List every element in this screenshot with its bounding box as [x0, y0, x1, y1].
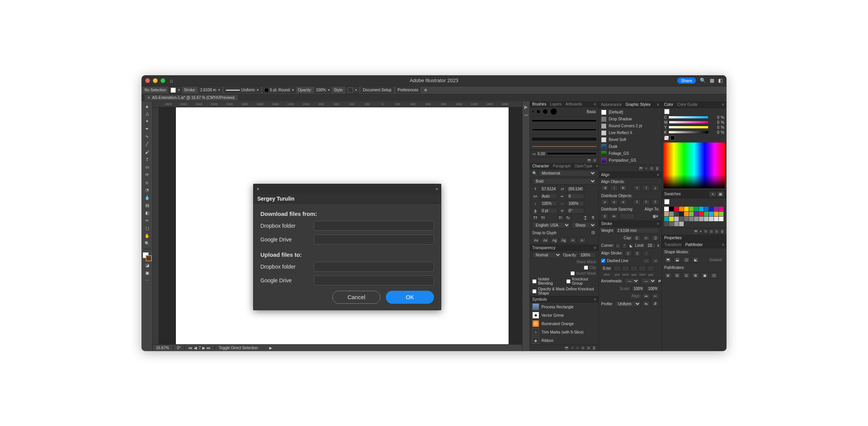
dist-bottom-icon[interactable]: ≡	[619, 199, 627, 205]
kerning-field[interactable]	[540, 193, 558, 199]
swatch[interactable]	[689, 217, 694, 221]
tab-graphic-styles[interactable]: Graphic Styles	[626, 102, 650, 107]
style-dropdown[interactable]	[346, 87, 359, 94]
paintbrush-tool-icon[interactable]: 🖌	[143, 149, 152, 155]
font-search-icon[interactable]: 🔍	[532, 171, 537, 175]
graphic-style-item[interactable]: Dusk	[599, 143, 662, 150]
swatch[interactable]	[674, 217, 679, 221]
zoom-tool-icon[interactable]: 🔍	[143, 240, 152, 247]
minus-back-icon[interactable]: ◳	[710, 272, 718, 279]
panel-menu-icon[interactable]: ≡	[594, 297, 596, 301]
flip-v-icon[interactable]: ⇵	[652, 301, 659, 307]
symbol-break-icon[interactable]: ⤫	[576, 346, 579, 350]
sw-opts-icon[interactable]: ⚙	[704, 229, 707, 233]
color-fill-swatch[interactable]	[664, 109, 670, 114]
gs-new-icon[interactable]: ⊞	[650, 166, 653, 170]
flip-h-icon[interactable]: ⇋	[642, 301, 650, 307]
symbol-del-icon[interactable]: 🗑	[592, 346, 596, 350]
canvas[interactable]: × « Sergey Turulin Download files from: …	[153, 107, 522, 344]
glyph-opt-4[interactable]: Âg	[560, 237, 567, 243]
dash-1-field[interactable]	[601, 266, 613, 271]
isolate-blending-checkbox[interactable]	[532, 279, 536, 283]
subscript-icon[interactable]: T₁	[565, 215, 571, 220]
crop-icon[interactable]: ⊠	[692, 272, 699, 279]
dist-top-icon[interactable]: ≡	[601, 199, 609, 205]
symbol-item[interactable]: Illuminated Orange	[530, 319, 598, 328]
swatch-fill-proxy[interactable]	[664, 199, 670, 204]
dist-right-icon[interactable]: ⦀	[652, 199, 659, 205]
upload-dropbox-input[interactable]	[314, 262, 434, 272]
align-stroke-inside-icon[interactable]: ▯	[634, 250, 641, 256]
swatch[interactable]	[714, 207, 718, 211]
dash-align-2-icon[interactable]: ┅	[652, 258, 659, 264]
next-artboard-icon[interactable]: ▶	[202, 346, 205, 350]
zoom-level[interactable]: 16.67%	[156, 346, 169, 350]
expand-button[interactable]: Expand	[707, 257, 724, 263]
arrow-align-2-icon[interactable]: ⤚	[652, 293, 659, 299]
swatch[interactable]	[694, 217, 699, 221]
link-icon[interactable]: ⚯	[524, 113, 528, 118]
search-icon[interactable]: 🔍	[700, 78, 706, 83]
swatch[interactable]	[689, 212, 694, 216]
dist-vcenter-icon[interactable]: ≡	[610, 199, 618, 205]
rectangle-tool-icon[interactable]: ▭	[143, 164, 152, 171]
underline-icon[interactable]: T̲	[582, 215, 588, 220]
brush-row-4[interactable]	[530, 134, 598, 144]
cap-square-icon[interactable]: ⊐	[652, 235, 659, 241]
tab-transform[interactable]: Transform	[664, 243, 681, 247]
dash-3-field[interactable]	[639, 266, 646, 271]
cyan-slider[interactable]	[668, 116, 709, 119]
swatch[interactable]	[664, 217, 669, 221]
upload-gdrive-input[interactable]	[314, 275, 434, 285]
swatch[interactable]	[679, 222, 684, 226]
type-tool-icon[interactable]: T	[143, 156, 152, 163]
home-icon[interactable]: ⌂	[170, 78, 173, 84]
swatch[interactable]	[679, 212, 684, 216]
merge-icon[interactable]: ⊡	[683, 272, 690, 279]
miter-limit-field[interactable]	[646, 243, 656, 248]
minus-front-icon[interactable]: ⬓	[673, 257, 681, 263]
graphic-style-item[interactable]: Round Corners 2 pt	[599, 123, 662, 130]
swatch[interactable]	[664, 212, 669, 216]
magic-wand-tool-icon[interactable]: ✦	[143, 118, 152, 125]
yellow-slider[interactable]	[668, 126, 709, 129]
graphic-style-item[interactable]: [Default]	[599, 109, 662, 116]
spacing-field[interactable]	[619, 213, 635, 219]
swatch-list-view-icon[interactable]: ≡	[709, 191, 717, 197]
knockout-group-checkbox[interactable]	[566, 279, 571, 283]
brush-row-3[interactable]	[530, 125, 598, 134]
tab-properties[interactable]: Properties	[664, 236, 682, 240]
opacity-field[interactable]	[579, 252, 596, 258]
intersect-icon[interactable]: ◫	[683, 257, 690, 263]
align-right-icon[interactable]: ⫸	[619, 185, 627, 191]
smallcaps-icon[interactable]: Tᴛ	[540, 215, 546, 220]
join-miter-icon[interactable]: ⌐	[615, 243, 620, 249]
make-mask-button[interactable]: Make Mask	[577, 260, 596, 264]
download-dropbox-input[interactable]	[314, 221, 434, 231]
brush-size-value[interactable]: 6.00	[538, 152, 545, 156]
hand-tool-icon[interactable]: ✋	[143, 233, 152, 240]
swatch[interactable]	[684, 207, 689, 211]
align-left-icon[interactable]: ⫷	[601, 185, 609, 191]
status-play-icon[interactable]: ▶	[269, 346, 272, 350]
font-family-dropdown[interactable]: Montserrat	[538, 170, 596, 177]
fill-stroke-control[interactable]	[143, 252, 152, 261]
opacity-field[interactable]: 100%	[314, 87, 332, 93]
align-vcenter-icon[interactable]: ⫱	[642, 185, 650, 191]
align-top-icon[interactable]: ⫯	[633, 185, 641, 191]
panel-menu-icon[interactable]: ≡	[722, 102, 724, 107]
divide-icon[interactable]: ⊞	[664, 272, 672, 279]
cap-round-icon[interactable]: ⊂	[642, 235, 650, 241]
symbol-place-icon[interactable]: ↗	[571, 346, 574, 350]
swatch[interactable]	[669, 222, 674, 226]
swatch[interactable]	[664, 207, 669, 211]
brush-row-basic[interactable]: Basic	[530, 107, 598, 117]
curvature-tool-icon[interactable]: ∿	[143, 133, 152, 140]
tab-paragraph[interactable]: Paragraph	[553, 164, 571, 168]
screen-mode-icon[interactable]: ▣	[143, 270, 152, 277]
snap-glyph-toggle-icon[interactable]: Ⓐ	[590, 230, 596, 235]
cancel-button[interactable]: Cancel	[332, 291, 380, 304]
eraser-tool-icon[interactable]: ◧	[143, 210, 152, 217]
swatch[interactable]	[719, 212, 723, 216]
symbol-item[interactable]: ◈Ribbon	[530, 336, 598, 345]
